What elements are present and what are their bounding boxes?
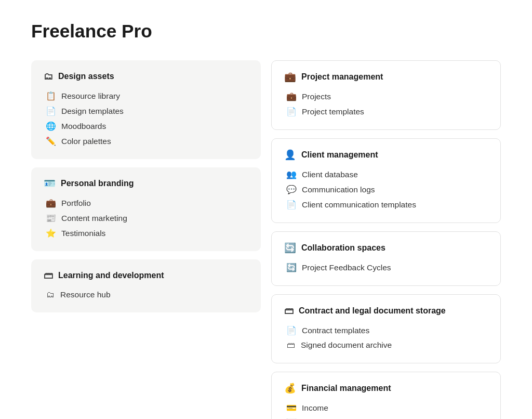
item-label-design-assets-1: Design templates (61, 107, 124, 116)
item-label-client-management-2: Client communication templates (302, 200, 416, 210)
section-icon-project-management: 💼 (284, 71, 296, 83)
item-label-personal-branding-0: Portfolio (61, 199, 91, 208)
card-contract-legal: 🗃Contract and legal document storage📄Con… (271, 294, 501, 363)
item-icon-contract-legal-0: 📄 (286, 325, 297, 335)
list-item[interactable]: 📋Resource library (46, 88, 248, 103)
list-item[interactable]: ⭐Testimonials (46, 226, 248, 241)
item-list-design-assets: 📋Resource library📄Design templates🌐Moodb… (44, 88, 248, 149)
item-icon-collaboration-spaces-0: 🔄 (286, 263, 297, 272)
section-header-financial-management: 💰Financial management (284, 383, 488, 394)
item-list-contract-legal: 📄Contract templates🗃Signed document arch… (284, 323, 488, 352)
list-item[interactable]: 👥Client database (286, 167, 488, 182)
list-item[interactable]: 🌐Moodboards (46, 119, 248, 134)
card-design-assets: 🗂Design assets📋Resource library📄Design t… (31, 60, 261, 159)
item-label-personal-branding-1: Content marketing (61, 214, 127, 223)
item-icon-project-management-1: 📄 (286, 107, 297, 116)
item-icon-learning-development-0: 🗂 (46, 290, 55, 299)
item-label-personal-branding-2: Testimonials (61, 229, 105, 238)
list-item[interactable]: 📰Content marketing (46, 211, 248, 226)
section-icon-personal-branding: 🪪 (44, 178, 56, 189)
main-layout: 🗂Design assets📋Resource library📄Design t… (31, 60, 501, 419)
item-icon-design-assets-0: 📋 (46, 91, 56, 101)
section-title-learning-development: Learning and development (58, 271, 164, 280)
card-client-management: 👤Client management👥Client database💬Commu… (271, 138, 501, 223)
item-label-contract-legal-1: Signed document archive (301, 341, 392, 350)
list-item[interactable]: 🗃Signed document archive (286, 338, 488, 352)
section-header-learning-development: 🗃Learning and development (44, 270, 248, 281)
item-icon-design-assets-2: 🌐 (46, 121, 56, 131)
card-project-management: 💼Project management💼Projects📄Project tem… (271, 60, 501, 130)
section-title-personal-branding: Personal branding (61, 179, 134, 188)
left-column: 🗂Design assets📋Resource library📄Design t… (31, 60, 261, 312)
list-item[interactable]: 💼Portfolio (46, 195, 248, 211)
item-label-collaboration-spaces-0: Project Feedback Cycles (302, 263, 391, 272)
list-item[interactable]: 💼Projects (286, 89, 488, 104)
section-header-contract-legal: 🗃Contract and legal document storage (284, 305, 488, 317)
section-icon-collaboration-spaces: 🔄 (284, 242, 296, 254)
item-list-learning-development: 🗂Resource hub (44, 287, 248, 302)
item-icon-personal-branding-1: 📰 (46, 213, 56, 223)
list-item[interactable]: 📄Contract templates (286, 323, 488, 338)
item-label-project-management-1: Project templates (302, 107, 364, 116)
item-icon-financial-management-0: 💳 (286, 403, 297, 413)
section-icon-contract-legal: 🗃 (284, 305, 294, 317)
item-icon-client-management-1: 💬 (286, 185, 297, 194)
item-label-design-assets-2: Moodboards (61, 122, 106, 131)
section-title-contract-legal: Contract and legal document storage (299, 306, 446, 316)
list-item[interactable]: 📄Project templates (286, 104, 488, 119)
item-icon-client-management-2: 📄 (286, 200, 297, 210)
section-title-client-management: Client management (301, 150, 378, 160)
item-list-project-management: 💼Projects📄Project templates (284, 89, 488, 119)
list-item[interactable]: 💳Income (286, 400, 488, 415)
section-title-project-management: Project management (301, 72, 383, 82)
card-collaboration-spaces: 🔄Collaboration spaces🔄Project Feedback C… (271, 231, 501, 286)
item-icon-client-management-0: 👥 (286, 169, 297, 179)
section-header-collaboration-spaces: 🔄Collaboration spaces (284, 242, 488, 254)
right-column: 💼Project management💼Projects📄Project tem… (271, 60, 501, 419)
item-label-design-assets-0: Resource library (61, 91, 120, 101)
list-item[interactable]: 📄Client communication templates (286, 197, 488, 212)
list-item[interactable]: 💬Communication logs (286, 182, 488, 197)
item-icon-personal-branding-0: 💼 (46, 198, 56, 208)
section-header-personal-branding: 🪪Personal branding (44, 178, 248, 189)
item-label-design-assets-3: Color palettes (61, 137, 111, 146)
section-icon-design-assets: 🗂 (44, 71, 53, 82)
card-learning-development: 🗃Learning and development🗂Resource hub (31, 259, 261, 312)
page-title: Freelance Pro (31, 21, 501, 42)
section-icon-financial-management: 💰 (284, 383, 296, 394)
item-label-client-management-0: Client database (302, 170, 358, 179)
list-item[interactable]: ✏️Color palettes (46, 134, 248, 149)
card-financial-management: 💰Financial management💳Income📊Expenses (271, 372, 501, 419)
section-icon-learning-development: 🗃 (44, 270, 53, 281)
section-title-design-assets: Design assets (58, 72, 114, 81)
section-header-project-management: 💼Project management (284, 71, 488, 83)
item-icon-personal-branding-2: ⭐ (46, 228, 56, 238)
item-list-personal-branding: 💼Portfolio📰Content marketing⭐Testimonial… (44, 195, 248, 241)
item-label-learning-development-0: Resource hub (60, 290, 111, 299)
item-list-financial-management: 💳Income📊Expenses (284, 400, 488, 419)
item-label-client-management-1: Communication logs (302, 185, 375, 194)
item-label-contract-legal-0: Contract templates (302, 326, 369, 335)
item-label-project-management-0: Projects (302, 92, 331, 101)
card-personal-branding: 🪪Personal branding💼Portfolio📰Content mar… (31, 167, 261, 251)
list-item[interactable]: 📄Design templates (46, 103, 248, 119)
list-item[interactable]: 🗂Resource hub (46, 287, 248, 302)
item-icon-design-assets-1: 📄 (46, 106, 56, 116)
item-label-financial-management-0: Income (302, 403, 328, 413)
item-list-client-management: 👥Client database💬Communication logs📄Clie… (284, 167, 488, 212)
section-title-collaboration-spaces: Collaboration spaces (301, 243, 385, 253)
item-icon-contract-legal-1: 🗃 (286, 341, 296, 350)
section-header-design-assets: 🗂Design assets (44, 71, 248, 82)
item-icon-design-assets-3: ✏️ (46, 136, 56, 146)
list-item[interactable]: 🔄Project Feedback Cycles (286, 260, 488, 275)
item-list-collaboration-spaces: 🔄Project Feedback Cycles (284, 260, 488, 275)
list-item[interactable]: 📊Expenses (286, 415, 488, 419)
item-icon-project-management-0: 💼 (286, 91, 297, 101)
section-header-client-management: 👤Client management (284, 149, 488, 161)
section-title-financial-management: Financial management (301, 384, 391, 393)
section-icon-client-management: 👤 (284, 149, 296, 161)
